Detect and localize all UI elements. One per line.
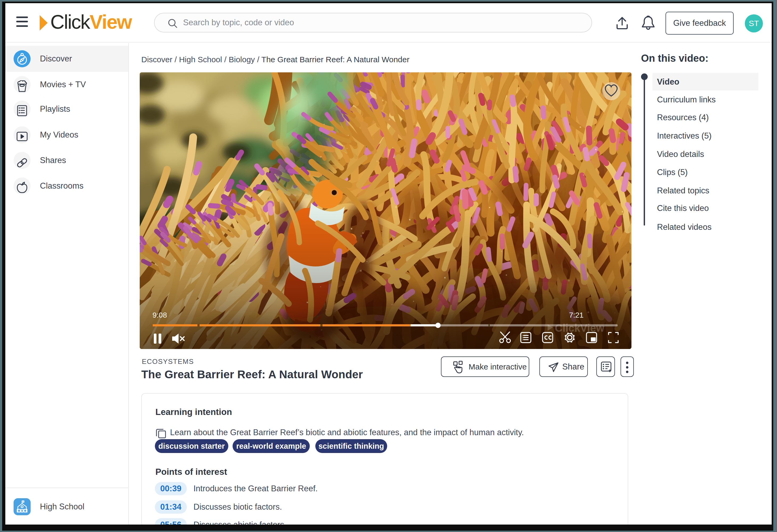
svg-text:7:21: 7:21 (569, 311, 584, 319)
svg-text:9:08: 9:08 (152, 311, 167, 319)
svg-text:ClickView: ClickView (555, 322, 604, 334)
